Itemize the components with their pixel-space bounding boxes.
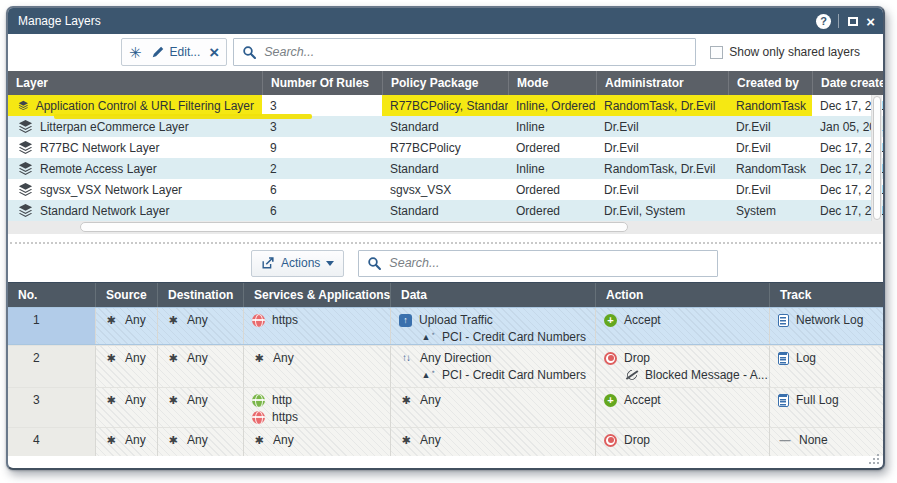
column-header-created-by[interactable]: Created by bbox=[728, 71, 812, 95]
resize-grip[interactable] bbox=[868, 453, 880, 465]
edit-layer-button[interactable]: Edit... bbox=[151, 45, 201, 59]
cell-text: Dr.Evil bbox=[736, 120, 771, 134]
network-log-icon bbox=[778, 314, 789, 327]
any-icon bbox=[104, 393, 118, 407]
rule-row[interactable]: 4AnyAnyAnyAnyDropNone bbox=[8, 427, 883, 456]
layer-row[interactable]: Application Control & URL Filtering Laye… bbox=[8, 95, 883, 116]
cell-text: Dr.Evil bbox=[736, 141, 771, 155]
vertical-scrollbar[interactable] bbox=[871, 95, 882, 221]
cell-text: 9 bbox=[270, 141, 277, 155]
cell-text: RandomTask, Dr.Evil bbox=[604, 162, 715, 176]
column-header-destination[interactable]: Destination bbox=[157, 283, 243, 307]
rule-row[interactable]: 1AnyAnyhttpsUpload TrafficPCI - Credit C… bbox=[8, 307, 883, 345]
cell-text: sgvsx_VSX Network Layer bbox=[40, 183, 182, 197]
rule-row[interactable]: 2AnyAnyAnyAny DirectionPCI - Credit Card… bbox=[8, 345, 883, 387]
policy-package-cell: Standard bbox=[382, 200, 508, 221]
cell-text: Any bbox=[187, 313, 208, 327]
layer-row[interactable]: Litterpan eCommerce Layer3StandardInline… bbox=[8, 116, 883, 137]
action-cell: Drop bbox=[595, 428, 769, 456]
cell-item: Any bbox=[166, 433, 235, 447]
help-icon[interactable] bbox=[816, 14, 831, 29]
cell-text: Drop bbox=[624, 433, 650, 447]
cell-item: Any bbox=[166, 313, 235, 327]
column-header-services-applications[interactable]: Services & Applications bbox=[243, 283, 390, 307]
delete-layer-icon[interactable] bbox=[209, 44, 219, 61]
maximize-icon[interactable] bbox=[846, 15, 859, 28]
layer-name-cell: Standard Network Layer bbox=[8, 200, 262, 221]
cell-text: Inline bbox=[516, 162, 545, 176]
layer-name-cell: Litterpan eCommerce Layer bbox=[8, 116, 262, 137]
column-header-track[interactable]: Track bbox=[769, 283, 883, 307]
actions-label: Actions bbox=[281, 256, 320, 270]
column-header-policy-package[interactable]: Policy Package bbox=[382, 71, 508, 95]
column-header-action[interactable]: Action bbox=[595, 283, 769, 307]
cell-item: Any bbox=[104, 351, 149, 365]
policy-package-cell: sgvsx_VSX bbox=[382, 179, 508, 200]
layer-row[interactable]: R77BC Network Layer9R77BCPolicyOrderedDr… bbox=[8, 137, 883, 158]
number-of-rules-cell: 3 bbox=[262, 116, 382, 137]
cell-item: Any bbox=[104, 313, 149, 327]
column-header-data[interactable]: Data bbox=[390, 283, 595, 307]
layers-icon bbox=[18, 182, 33, 197]
cell-text: 3 bbox=[270, 99, 277, 113]
source-cell: Any bbox=[95, 388, 157, 427]
layers-icon bbox=[18, 140, 33, 155]
share-icon bbox=[261, 256, 275, 270]
column-header-administrator[interactable]: Administrator bbox=[596, 71, 728, 95]
cell-text: System bbox=[736, 204, 776, 218]
checkbox-icon bbox=[710, 46, 723, 59]
datatype-icon bbox=[421, 368, 435, 382]
column-header-number-of-rules[interactable]: Number Of Rules bbox=[262, 71, 382, 95]
column-header-mode[interactable]: Mode bbox=[508, 71, 596, 95]
mode-cell: Inline bbox=[508, 158, 596, 179]
rules-search-input[interactable] bbox=[389, 251, 709, 276]
pencil-icon bbox=[151, 45, 165, 59]
cell-item: Any bbox=[252, 433, 382, 447]
cell-text: Any bbox=[420, 433, 441, 447]
mode-cell: Ordered bbox=[508, 200, 596, 221]
cell-item: PCI - Credit Card Numbers bbox=[399, 330, 587, 344]
accept-icon bbox=[604, 394, 617, 407]
search-icon bbox=[242, 45, 257, 60]
column-header-date-created[interactable]: Date created bbox=[812, 71, 883, 95]
cell-item: None bbox=[778, 433, 875, 447]
show-only-shared-layers-checkbox[interactable]: Show only shared layers bbox=[710, 45, 860, 59]
layers-icon bbox=[18, 161, 33, 176]
cell-item: Any bbox=[104, 393, 149, 407]
cell-text: Any bbox=[125, 313, 146, 327]
created-by-cell: System bbox=[728, 200, 812, 221]
layer-row[interactable]: Remote Access Layer2StandardInlineRandom… bbox=[8, 158, 883, 179]
cell-text: Standard bbox=[390, 204, 439, 218]
titlebar: Manage Layers bbox=[8, 8, 883, 34]
cell-text: Dr.Evil bbox=[604, 183, 639, 197]
close-icon[interactable] bbox=[866, 14, 875, 29]
cell-text: RandomTask, Dr.Evil bbox=[604, 99, 715, 113]
rules-toolbar: Actions bbox=[8, 244, 883, 282]
edit-label: Edit... bbox=[170, 45, 201, 59]
layers-search-input[interactable] bbox=[264, 39, 687, 65]
actions-button[interactable]: Actions bbox=[251, 250, 344, 277]
cell-text: Ordered bbox=[516, 183, 560, 197]
rule-row[interactable]: 3AnyAnyhttphttpsAnyAcceptFull Log bbox=[8, 387, 883, 427]
layer-name-cell: Remote Access Layer bbox=[8, 158, 262, 179]
administrator-cell: Dr.Evil bbox=[596, 116, 728, 137]
accept-icon bbox=[604, 314, 617, 327]
search-icon bbox=[367, 256, 382, 271]
cell-text: Ordered bbox=[516, 204, 560, 218]
column-header-source[interactable]: Source bbox=[95, 283, 157, 307]
layer-row[interactable]: sgvsx_VSX Network Layer6sgvsx_VSXOrdered… bbox=[8, 179, 883, 200]
cell-text: Any bbox=[273, 351, 294, 365]
vertical-scrollbar-thumb[interactable] bbox=[873, 96, 881, 220]
cell-item: Network Log bbox=[778, 313, 875, 327]
cell-text: Ordered bbox=[516, 141, 560, 155]
number-of-rules-cell: 6 bbox=[262, 200, 382, 221]
column-header-no[interactable]: No. bbox=[8, 283, 95, 307]
cell-text: Standard bbox=[390, 162, 439, 176]
layer-row[interactable]: Standard Network Layer6StandardOrderedDr… bbox=[8, 200, 883, 221]
layer-buttons-group: Edit... bbox=[121, 38, 227, 66]
http-icon bbox=[252, 394, 265, 407]
horizontal-scrollbar-thumb[interactable] bbox=[80, 222, 628, 232]
column-header-layer[interactable]: Layer bbox=[8, 71, 262, 95]
horizontal-scrollbar[interactable] bbox=[8, 221, 883, 234]
new-layer-icon[interactable] bbox=[129, 45, 142, 60]
